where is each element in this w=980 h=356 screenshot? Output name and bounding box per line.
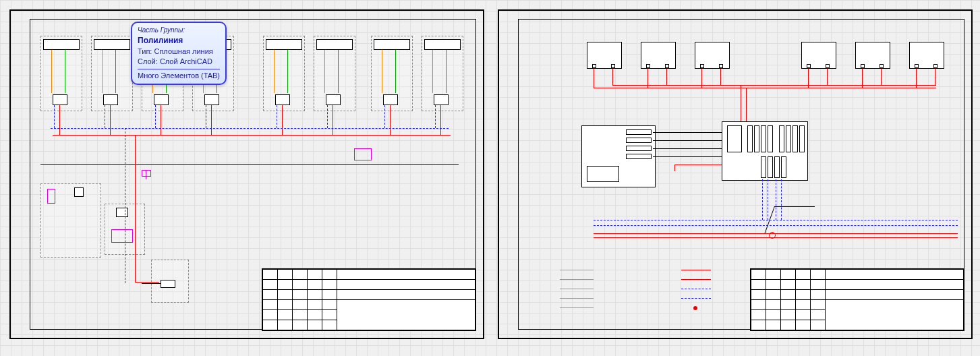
wire-red bbox=[666, 69, 667, 85]
wire-red-bus bbox=[612, 85, 722, 86]
rack-slot bbox=[768, 125, 773, 152]
legend-text-line bbox=[560, 270, 594, 270]
wire-red bbox=[594, 237, 958, 238]
module-header bbox=[316, 39, 353, 50]
terminal bbox=[719, 64, 723, 68]
terminal bbox=[646, 64, 650, 68]
wire-red bbox=[674, 165, 722, 165]
wire-green bbox=[115, 50, 116, 93]
wire-red bbox=[720, 69, 721, 85]
title-block-table bbox=[262, 269, 475, 330]
module-terminal bbox=[383, 94, 398, 105]
module-terminal bbox=[434, 94, 449, 105]
rack-slot bbox=[781, 156, 786, 178]
panel-row bbox=[626, 129, 652, 135]
wire-orange bbox=[382, 50, 382, 93]
wire-red-bus bbox=[808, 88, 936, 88]
wire-red bbox=[612, 69, 613, 85]
wire-black bbox=[653, 148, 722, 149]
wire-blue-dashed bbox=[206, 105, 206, 128]
wire-red bbox=[135, 282, 159, 283]
wire-orange bbox=[274, 50, 275, 93]
panel-row bbox=[626, 138, 652, 143]
wire-blue-dashed bbox=[54, 105, 55, 128]
rack-slot bbox=[792, 125, 798, 152]
module-header bbox=[266, 39, 302, 50]
title-block-left bbox=[262, 268, 476, 331]
magenta-device bbox=[111, 229, 133, 243]
tooltip-layer-label: Слой: bbox=[138, 57, 158, 65]
wire-red bbox=[135, 135, 136, 282]
legend-text-line bbox=[560, 298, 594, 299]
wire-blue-dashed bbox=[435, 105, 436, 128]
panel-row bbox=[626, 146, 652, 151]
module-box bbox=[161, 280, 175, 288]
terminal bbox=[807, 64, 811, 68]
rack-slot bbox=[727, 125, 742, 152]
legend-red bbox=[681, 279, 711, 280]
wire-blue-dashed bbox=[768, 179, 768, 220]
legend-blue-dash bbox=[681, 289, 711, 289]
wire-green bbox=[446, 50, 446, 93]
wire-blue-dashed bbox=[594, 225, 958, 226]
title-block-right bbox=[750, 268, 964, 331]
wire-red-bus bbox=[53, 135, 451, 136]
terminal bbox=[826, 64, 830, 68]
wire-red-drop bbox=[440, 105, 441, 135]
rack-slot bbox=[761, 156, 766, 178]
wire-blue-dashed bbox=[105, 105, 105, 128]
tooltip-layer-row: Слой: Слой ArchiCAD bbox=[138, 57, 220, 67]
module-terminal bbox=[204, 94, 219, 105]
wire-green bbox=[65, 50, 65, 93]
legend-text-line bbox=[560, 289, 594, 289]
wire-orange bbox=[102, 50, 103, 93]
wire-green bbox=[395, 50, 396, 93]
tooltip-title: Часть Группы: bbox=[138, 26, 220, 35]
module-box bbox=[116, 208, 128, 217]
wire-green bbox=[338, 50, 339, 93]
leader-line bbox=[774, 206, 815, 207]
module-header bbox=[94, 39, 130, 50]
terminal bbox=[611, 64, 615, 68]
wire-green bbox=[287, 50, 288, 93]
tooltip-type-row: Тип: Сплошная линия bbox=[138, 47, 220, 57]
wire-red-drop bbox=[211, 105, 212, 135]
module-header bbox=[424, 39, 461, 50]
terminal bbox=[861, 64, 865, 68]
junction-circle bbox=[769, 232, 776, 239]
title-block-table bbox=[751, 269, 964, 330]
terminal bbox=[700, 64, 704, 68]
tooltip-name: Полилиния bbox=[138, 35, 220, 47]
wire-red-drop bbox=[282, 105, 283, 135]
magenta-device bbox=[354, 148, 372, 160]
wire-red-drop bbox=[390, 105, 391, 135]
wire-red-drop bbox=[161, 105, 161, 135]
wire-red bbox=[746, 88, 808, 88]
wire-red bbox=[881, 69, 882, 85]
legend-red-dot bbox=[693, 306, 697, 310]
wire-red bbox=[594, 69, 594, 88]
rack-slot bbox=[761, 125, 766, 152]
wire-red bbox=[746, 88, 747, 125]
wire-orange bbox=[432, 50, 433, 93]
module-terminal bbox=[275, 94, 290, 105]
wire-black bbox=[653, 140, 722, 141]
tooltip-type-value: Сплошная линия bbox=[154, 47, 212, 55]
magenta-device bbox=[142, 170, 151, 177]
rack-slot bbox=[786, 125, 791, 152]
rack-slot bbox=[747, 125, 753, 152]
legend-red bbox=[681, 270, 711, 270]
wire-black bbox=[142, 283, 161, 284]
rack-slot bbox=[754, 125, 759, 152]
terminal bbox=[665, 64, 669, 68]
legend-blue-dash bbox=[681, 298, 711, 299]
module-terminal bbox=[53, 94, 67, 105]
wire-red bbox=[827, 69, 828, 85]
rack-slot bbox=[768, 156, 773, 178]
wire-blue-dashed bbox=[125, 128, 125, 283]
wire-red bbox=[722, 88, 746, 88]
wire-red bbox=[674, 165, 675, 171]
wire-blue-dashed bbox=[384, 105, 385, 128]
panel-row bbox=[626, 154, 652, 159]
wire-orange bbox=[51, 50, 52, 93]
